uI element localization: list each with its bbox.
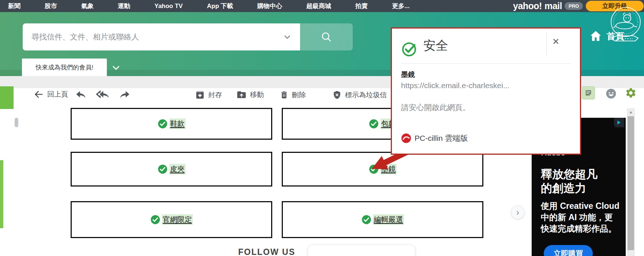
scrollbar-thumb[interactable] <box>628 116 634 250</box>
nav-item-more[interactable]: 更多... <box>392 2 409 10</box>
search-button[interactable] <box>300 23 353 50</box>
spam-shield-icon <box>332 90 342 100</box>
travel-stamp-logo <box>604 4 644 48</box>
category-box-wallets: 皮夾 <box>71 152 272 187</box>
follow-us-text: FOLLOW US <box>238 247 295 256</box>
home-icon <box>588 29 603 43</box>
delete-button[interactable]: 刪除 <box>280 90 306 100</box>
verified-check-icon <box>401 41 418 57</box>
nav-item-news[interactable]: 新聞 <box>8 2 20 10</box>
ad-headline-line2: 的創造力 <box>541 181 598 195</box>
move-label: 移動 <box>250 90 264 99</box>
forward-icon <box>119 90 130 99</box>
move-folder-icon <box>236 90 247 99</box>
category-label: 皮夾 <box>169 164 186 174</box>
category-box-shoes: 鞋款 <box>71 108 272 140</box>
folder-pane-scrollbar-thumb[interactable] <box>15 118 18 127</box>
ad-choices-icon <box>616 120 622 125</box>
reply-all-button[interactable] <box>96 90 110 99</box>
nav-item-stocks[interactable]: 股市 <box>45 2 57 10</box>
category-box-official-only: 官網限定 <box>71 201 272 238</box>
reply-icon <box>75 90 86 99</box>
nav-item-sports[interactable]: 運動 <box>118 2 130 10</box>
archive-icon <box>195 90 205 100</box>
search-input[interactable] <box>31 33 283 41</box>
ad-body-line3: 快速完成精彩作品。 <box>541 223 619 234</box>
search-options-chevron-icon[interactable] <box>283 33 291 41</box>
ad-headline: 釋放您超凡 的創造力 <box>541 167 598 195</box>
ad-body-line2: 中的新 AI 功能，更 <box>541 212 619 223</box>
nav-item-weather[interactable]: 氣象 <box>81 2 94 10</box>
nav-item-yahoo-tv[interactable]: Yahoo TV <box>154 3 183 10</box>
ad-body-line1: 使用 Creative Cloud <box>541 200 619 212</box>
check-circle-icon <box>369 119 379 129</box>
category-link-shoes[interactable]: 鞋款 <box>158 118 186 129</box>
check-circle-icon <box>362 215 371 225</box>
trash-icon <box>280 90 289 100</box>
category-label: 編輯嚴選 <box>373 214 404 225</box>
compose-rail-highlight[interactable] <box>0 86 14 109</box>
mail-logo-text: mail <box>544 1 562 11</box>
tab-chevron-down-icon[interactable] <box>111 63 121 74</box>
emoji-button[interactable] <box>605 88 617 101</box>
popup-safety-message: 請安心開啟此網頁。 <box>401 102 470 113</box>
nav-item-supermall[interactable]: 超級商城 <box>306 2 331 10</box>
check-circle-icon <box>150 215 160 225</box>
settings-button[interactable] <box>625 87 637 100</box>
yahoo-logo-text: yahoo! <box>513 1 542 11</box>
back-label: 回上頁 <box>47 90 68 99</box>
bottom-overlay-pill <box>308 245 415 256</box>
popup-link-title: 墨鏡 <box>401 70 415 79</box>
next-message-button[interactable]: › <box>511 206 525 219</box>
forward-button[interactable] <box>119 90 130 99</box>
nav-item-app-download[interactable]: App 下載 <box>207 2 233 10</box>
ad-headline-line1: 釋放您超凡 <box>541 167 598 181</box>
pccillin-brand-label: PC-cillin 雲端版 <box>415 133 468 143</box>
chevron-right-icon: › <box>516 207 519 218</box>
pro-badge: PRO <box>565 2 583 10</box>
check-circle-icon <box>158 164 168 174</box>
back-arrow-icon <box>34 89 44 99</box>
category-label: 鞋款 <box>169 118 186 129</box>
reply-button[interactable] <box>75 90 86 99</box>
gear-icon <box>625 87 637 99</box>
popup-divider-horizontal <box>401 63 571 64</box>
back-button[interactable]: 回上頁 <box>34 89 68 99</box>
category-link-editors-pick[interactable]: 編輯嚴選 <box>362 214 404 225</box>
mark-spam-button[interactable]: 標示為垃圾信 <box>332 90 387 100</box>
search-icon <box>320 31 333 43</box>
spam-label: 標示為垃圾信 <box>345 90 387 100</box>
delete-label: 刪除 <box>292 90 306 100</box>
category-link-wallets[interactable]: 皮夾 <box>158 164 186 174</box>
ad-body: 使用 Creative Cloud 中的新 AI 功能，更 快速完成精彩作品。 <box>541 200 619 234</box>
nav-item-auction[interactable]: 拍賣 <box>355 2 368 10</box>
ad-buy-now-button[interactable]: 立即購買 <box>544 245 593 256</box>
pccillin-logo-icon <box>401 133 411 143</box>
popup-title: 安全 <box>423 37 448 54</box>
move-button[interactable]: 移動 <box>236 90 264 99</box>
close-icon[interactable]: ✕ <box>552 37 559 47</box>
reply-all-icon <box>96 90 110 99</box>
left-green-sliver <box>0 160 3 228</box>
ad-choices-button[interactable] <box>614 118 624 127</box>
note-icon <box>584 89 592 97</box>
yahoo-mail-logo[interactable]: yahoo! mail PRO <box>513 1 583 11</box>
category-label: 官網限定 <box>162 214 193 225</box>
archive-button[interactable]: 封存 <box>195 90 222 100</box>
yahoo-mail-page: 新聞 股市 氣象 運動 Yahoo TV App 下載 購物中心 超級商城 拍賣… <box>0 0 644 256</box>
pccillin-brand-row: PC-cillin 雲端版 <box>401 133 468 143</box>
archive-label: 封存 <box>208 90 222 100</box>
check-circle-icon <box>158 119 168 129</box>
scrollbar-up-arrow[interactable]: ▲ <box>627 109 635 115</box>
notes-button[interactable] <box>582 86 595 99</box>
category-box-editors-pick: 編輯嚴選 <box>282 201 483 238</box>
popup-link-url: https://click.email.e-charleskei... <box>401 81 509 90</box>
pccillin-safety-popup: 安全 ✕ 墨鏡 https://click.email.e-charleskei… <box>391 27 581 155</box>
popup-divider-vertical <box>546 32 547 55</box>
search-bar[interactable] <box>23 23 300 50</box>
member-promo-tab[interactable]: 快來成為我們的會員! <box>22 59 107 76</box>
category-link-official-only[interactable]: 官網限定 <box>150 214 193 225</box>
smiley-icon <box>605 88 617 99</box>
nav-item-shopping[interactable]: 購物中心 <box>257 2 282 10</box>
